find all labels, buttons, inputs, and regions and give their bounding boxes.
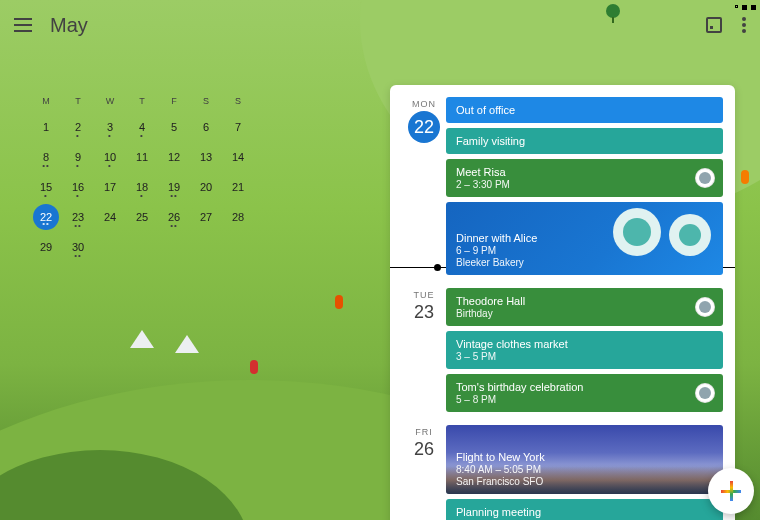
- agenda-scroll[interactable]: MON22Out of officeFamily visitingMeet Ri…: [390, 85, 735, 520]
- calendar-day: [158, 232, 190, 262]
- calendar-day: [126, 232, 158, 262]
- menu-icon[interactable]: [14, 18, 32, 32]
- calendar-day[interactable]: 10•: [94, 142, 126, 172]
- calendar-day[interactable]: 13: [190, 142, 222, 172]
- event-card[interactable]: Flight to New York8:40 AM – 5:05 PMSan F…: [446, 425, 723, 494]
- calendar-day[interactable]: 18•: [126, 172, 158, 202]
- calendar-day: [222, 232, 254, 262]
- agenda-panel: MON22Out of officeFamily visitingMeet Ri…: [390, 85, 735, 520]
- create-event-fab[interactable]: [708, 468, 754, 514]
- attendee-avatar: [695, 297, 715, 317]
- calendar-day[interactable]: 19••: [158, 172, 190, 202]
- decor-tent: [130, 330, 154, 348]
- attendee-avatar: [695, 383, 715, 403]
- calendar-day[interactable]: 30••: [62, 232, 94, 262]
- calendar-day: [190, 232, 222, 262]
- dow-header: T: [126, 90, 158, 112]
- event-card[interactable]: Meet Risa2 – 3:30 PM: [446, 159, 723, 197]
- event-card[interactable]: Family visiting: [446, 128, 723, 154]
- calendar-day[interactable]: 29: [30, 232, 62, 262]
- calendar-day[interactable]: 12: [158, 142, 190, 172]
- dow-header: M: [30, 90, 62, 112]
- dow-header: S: [222, 90, 254, 112]
- calendar-day: [94, 232, 126, 262]
- app-header: May: [0, 0, 760, 50]
- calendar-day[interactable]: 21: [222, 172, 254, 202]
- calendar-day[interactable]: 20: [190, 172, 222, 202]
- event-card[interactable]: Tom's birthday celebration5 – 8 PM: [446, 374, 723, 412]
- calendar-day[interactable]: 26••: [158, 202, 190, 232]
- agenda-date[interactable]: FRI26: [402, 425, 446, 520]
- calendar-day[interactable]: 2•: [62, 112, 94, 142]
- calendar-day[interactable]: 17: [94, 172, 126, 202]
- event-card[interactable]: Vintage clothes market3 – 5 PM: [446, 331, 723, 369]
- decor-person: [741, 170, 749, 184]
- agenda-date[interactable]: TUE23: [402, 288, 446, 417]
- calendar-day[interactable]: 22••: [33, 204, 59, 230]
- calendar-day[interactable]: 14: [222, 142, 254, 172]
- dow-header: T: [62, 90, 94, 112]
- today-icon[interactable]: [706, 17, 722, 33]
- calendar-day[interactable]: 6: [190, 112, 222, 142]
- calendar-day[interactable]: 4•: [126, 112, 158, 142]
- calendar-day[interactable]: 28: [222, 202, 254, 232]
- attendee-avatar: [695, 168, 715, 188]
- decor-tent: [175, 335, 199, 353]
- event-card[interactable]: Planning meeting5:30 – 6 PM: [446, 499, 723, 520]
- calendar-day[interactable]: 7: [222, 112, 254, 142]
- calendar-day[interactable]: 8••: [30, 142, 62, 172]
- calendar-day[interactable]: 23••: [62, 202, 94, 232]
- calendar-day[interactable]: 9•: [62, 142, 94, 172]
- calendar-day[interactable]: 15•: [30, 172, 62, 202]
- calendar-day[interactable]: 3•: [94, 112, 126, 142]
- calendar-day[interactable]: 25: [126, 202, 158, 232]
- event-card[interactable]: Dinner with Alice6 – 9 PMBleeker Bakery: [446, 202, 723, 275]
- calendar-day[interactable]: 16•: [62, 172, 94, 202]
- agenda-date[interactable]: MON22: [402, 97, 446, 280]
- mini-calendar: MTWTFSS12•3•4•5678••9•10•1112131415•16•1…: [30, 90, 254, 262]
- event-card[interactable]: Theodore HallBirthday: [446, 288, 723, 326]
- page-title: May: [50, 14, 88, 37]
- calendar-day[interactable]: 24: [94, 202, 126, 232]
- event-card[interactable]: Out of office: [446, 97, 723, 123]
- decor-person: [335, 295, 343, 309]
- dow-header: S: [190, 90, 222, 112]
- decor-person: [250, 360, 258, 374]
- more-icon[interactable]: [742, 17, 746, 33]
- dow-header: W: [94, 90, 126, 112]
- calendar-day[interactable]: 1: [30, 112, 62, 142]
- calendar-day[interactable]: 27: [190, 202, 222, 232]
- calendar-day[interactable]: 5: [158, 112, 190, 142]
- calendar-day[interactable]: 11: [126, 142, 158, 172]
- dow-header: F: [158, 90, 190, 112]
